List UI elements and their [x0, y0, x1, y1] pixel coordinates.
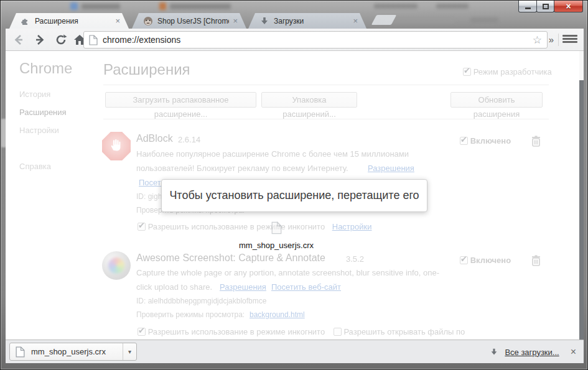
drag-ghost: mm_shop_userjs.crx: [217, 221, 335, 250]
file-icon: [16, 346, 25, 358]
check-icon: ✔: [138, 221, 145, 230]
dev-mode-checkbox[interactable]: ✔: [463, 68, 471, 76]
tab-extensions[interactable]: Расширения ×: [9, 13, 129, 29]
allow-file-access-checkbox[interactable]: [334, 328, 342, 336]
sidebar-item-extensions[interactable]: Расширения: [19, 108, 67, 117]
minimize-icon: [525, 7, 531, 9]
extension-id: ID: alelhddbbhepgpmgidjdcjakblofbmce: [136, 297, 266, 305]
scrollbar-thumb[interactable]: [579, 80, 584, 340]
back-button[interactable]: [12, 33, 26, 47]
extension-description: Capture the whole page or any portion, a…: [136, 268, 439, 277]
tab-strip: Расширения × Shop UserJS [Chrome Ext] × …: [1, 13, 587, 29]
address-bar[interactable]: chrome://extensions ☆: [83, 31, 548, 49]
forward-button[interactable]: [33, 33, 47, 47]
sidebar-item-history[interactable]: История: [19, 90, 50, 99]
puzzle-icon: [21, 16, 30, 26]
update-extensions-button[interactable]: Обновить расширения: [450, 92, 543, 108]
permissions-link[interactable]: Разрешения: [220, 282, 266, 292]
incognito-checkbox[interactable]: ✔: [138, 223, 146, 231]
tab-downloads[interactable]: Загрузки ×: [248, 13, 366, 29]
tab-label: Shop UserJS [Chrome Ext]: [157, 17, 229, 25]
options-link[interactable]: Настройки: [332, 222, 372, 231]
drop-install-message: Чтобы установить расширение, перетащите …: [169, 189, 419, 202]
extensions-overflow-icon[interactable]: »: [549, 34, 554, 45]
check-icon: ✔: [138, 326, 145, 335]
bookmark-star-icon[interactable]: ☆: [533, 34, 542, 46]
drag-ghost-filename: mm_shop_userjs.crx: [217, 241, 335, 250]
desktop-blur-blob: [374, 4, 418, 9]
sidebar-item-help[interactable]: Справка: [19, 162, 51, 171]
download-icon: [259, 16, 269, 26]
all-downloads-link[interactable]: Все загрузки...: [505, 348, 559, 357]
load-unpacked-button[interactable]: Загрузить распакованное расширение...: [105, 92, 256, 108]
close-icon: ×: [566, 2, 571, 11]
desktop-blur-blob: [436, 4, 469, 9]
close-tab-icon[interactable]: ×: [353, 17, 358, 25]
enabled-label: Включено: [470, 256, 511, 265]
download-menu-button[interactable]: ▾: [123, 343, 136, 360]
close-tab-icon[interactable]: ×: [233, 17, 238, 25]
enabled-checkbox[interactable]: ✔: [460, 137, 468, 145]
desktop-blur-blob: [82, 4, 120, 9]
extension-version: 2.6.14: [178, 135, 200, 144]
toolbar-separator: [558, 34, 559, 46]
minimize-button[interactable]: [518, 1, 537, 12]
dev-mode-row: ✔ Режим разработчика: [463, 67, 552, 76]
close-tab-icon[interactable]: ×: [115, 17, 120, 25]
download-item[interactable]: mm_shop_userjs.crx ▾: [9, 343, 137, 361]
extension-id: ID: gigh: [136, 192, 162, 201]
extension-name: Awesome Screenshot: Capture & Annotate: [136, 252, 325, 264]
enabled-checkbox[interactable]: ✔: [460, 256, 468, 264]
enabled-label: Включено: [470, 136, 511, 146]
tab-shop-userjs[interactable]: Shop UserJS [Chrome Ext] ×: [132, 13, 246, 29]
extension-description: Наиболее популярное расширение Chrome с …: [136, 149, 409, 159]
page-title: Расширения: [103, 61, 190, 78]
inspect-views-label: Проверить режимы просмотра:: [136, 310, 245, 319]
download-filename: mm_shop_userjs.crx: [31, 347, 123, 356]
chrome-brand: Chrome: [19, 60, 72, 77]
extension-version: 3.5.2: [346, 254, 364, 264]
enabled-row: ✔ Включено: [460, 136, 511, 146]
tab-label: Расширения: [35, 17, 111, 25]
toolbar: chrome://extensions ☆ »: [6, 29, 584, 51]
visit-site-link[interactable]: Посетить веб-сайт: [271, 282, 341, 292]
check-icon: ✔: [460, 254, 467, 264]
adblock-icon: [102, 132, 131, 160]
incognito-checkbox[interactable]: ✔: [138, 328, 146, 336]
downloads-bar: mm_shop_userjs.crx ▾ Все загрузки... ×: [6, 340, 584, 363]
file-icon: [271, 221, 282, 234]
trash-icon[interactable]: [531, 136, 541, 147]
download-icon: [490, 347, 498, 357]
check-icon: ✔: [460, 135, 467, 144]
extension-name: AdBlock: [136, 133, 173, 144]
downloads-bar-right: Все загрузки... ×: [490, 340, 576, 364]
pack-extensions-button[interactable]: Упаковка расширений...: [261, 92, 357, 108]
allow-file-access-label: Разрешить открывать файлы по: [343, 327, 465, 336]
drop-install-overlay: Чтобы установить расширение, перетащите …: [161, 179, 427, 212]
close-downloads-bar-icon[interactable]: ×: [571, 346, 576, 358]
tab-label: Загрузки: [274, 17, 349, 25]
background-page-link[interactable]: background.html: [250, 310, 305, 319]
desktop-blur-blob: [70, 2, 78, 10]
permissions-link[interactable]: Разрешения: [368, 164, 414, 173]
incognito-label: Разрешить использование в режиме инкогни…: [148, 327, 325, 336]
desktop-blur-blob: [170, 4, 231, 9]
close-window-button[interactable]: ×: [554, 1, 583, 12]
enabled-row: ✔ Включено: [460, 256, 511, 265]
divider: [103, 119, 549, 119]
reload-button[interactable]: [54, 33, 68, 47]
page-content: Chrome История Расширения Настройки Спра…: [6, 51, 584, 340]
window-controls: ×: [519, 1, 583, 12]
extension-description: click upload to share.: [136, 282, 212, 292]
sidebar-item-settings[interactable]: Настройки: [19, 126, 59, 135]
maximize-button[interactable]: [536, 1, 554, 12]
menu-button[interactable]: [562, 34, 577, 46]
trash-icon[interactable]: [531, 255, 541, 266]
check-icon: ✔: [464, 66, 470, 75]
url-text: chrome://extensions: [103, 35, 533, 45]
page-icon: [89, 35, 98, 45]
new-tab-button[interactable]: [371, 15, 397, 25]
desktop-blur-blob: [159, 2, 166, 10]
awesome-screenshot-icon: [102, 251, 131, 280]
dev-mode-label: Режим разработчика: [474, 67, 552, 76]
